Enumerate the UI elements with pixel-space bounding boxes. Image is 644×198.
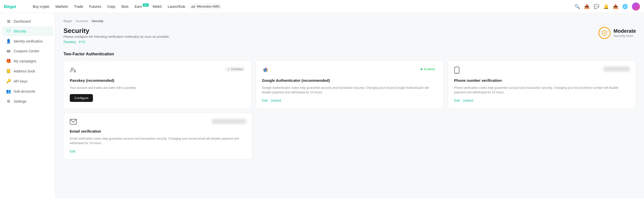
google-auth-status: Enabled <box>418 67 437 72</box>
sidebar-item-security[interactable]: 🛡 Security <box>2 26 53 36</box>
sidebar-item-dashboard[interactable]: ⊞ Dashboard <box>2 16 53 26</box>
auth-cards-grid: Disabled Passkey (recommended) Your acco… <box>63 60 636 109</box>
google-auth-card-header: Enabled <box>262 67 437 75</box>
bitget-logo-svg: Bitget <box>4 4 24 10</box>
search-icon[interactable]: 🔍 <box>574 4 580 9</box>
sidebar: ⊞ Dashboard 🛡 Security 👤 Identity verifi… <box>0 13 55 198</box>
sponsor-link[interactable]: 🏎 Mercedes-AMG <box>189 3 222 10</box>
upload-icon[interactable]: 📤 <box>613 4 618 9</box>
sidebar-item-identity[interactable]: 👤 Identity verification <box>2 36 53 46</box>
svg-point-2 <box>74 70 76 71</box>
phone-icon <box>454 67 460 75</box>
passkey-link[interactable]: Passkey <box>63 40 76 44</box>
google-auth-edit-link[interactable]: Edit <box>262 99 267 102</box>
passkey-card-header: Disabled <box>70 67 245 75</box>
nav-web3[interactable]: Web3 <box>150 3 164 10</box>
main-layout: ⊞ Dashboard 🛡 Security 👤 Identity verifi… <box>0 13 644 198</box>
sidebar-item-subaccounts[interactable]: 👥 Sub-accounts <box>2 86 53 96</box>
sidebar-label-security: Security <box>14 29 26 33</box>
phone-actions: Edit Unbind <box>454 99 630 102</box>
sidebar-item-addressbook[interactable]: 📒 Address book <box>2 66 53 76</box>
nav-copy[interactable]: Copy <box>105 3 118 10</box>
nav-earn[interactable]: Earn Hot <box>132 3 149 10</box>
settings-icon: ⚙ <box>6 99 11 104</box>
message-icon[interactable]: 💬 <box>594 4 599 9</box>
google-auth-card: Enabled Google Authenticator (recommende… <box>256 60 444 109</box>
configure-button[interactable]: Configure <box>70 94 93 102</box>
email-card-wrapper: ●●●●●●●●●●●● Email verification Email ve… <box>63 113 252 160</box>
sidebar-label-identity: Identity verification <box>14 39 43 43</box>
passkey-actions: Configure <box>70 94 245 102</box>
nav-trade[interactable]: Trade <box>72 3 86 10</box>
sidebar-label-addressbook: Address book <box>14 69 35 73</box>
svg-point-11 <box>457 72 457 73</box>
passkey-status: Disabled <box>225 67 245 72</box>
sidebar-item-settings[interactable]: ⚙ Settings <box>2 96 53 106</box>
email-icon <box>70 119 77 126</box>
nav-buy-crypto[interactable]: Buy crypto <box>30 3 52 10</box>
email-card: ●●●●●●●●●●●● Email verification Email ve… <box>63 113 252 160</box>
notification-icon[interactable]: 🔔 <box>603 4 609 9</box>
email-svg-icon <box>70 119 77 125</box>
coupon-icon: 🎟 <box>6 49 11 53</box>
passkey-svg-icon <box>70 67 77 74</box>
google-auth-actions: Edit Unbind <box>262 99 437 102</box>
logo[interactable]: Bitget <box>4 4 24 10</box>
svg-point-1 <box>71 68 73 70</box>
google-auth-desc: Google Authenticator codes help guarante… <box>262 86 437 95</box>
security-level-name: Moderate <box>614 28 636 34</box>
nav-launchhub[interactable]: Launchhub <box>165 3 188 10</box>
breadcrumb: Bitget / Account / Security <box>63 19 636 23</box>
phone-edit-link[interactable]: Edit <box>454 99 460 102</box>
page-title: Security <box>63 27 170 35</box>
config-links: Passkey KYC <box>63 40 170 44</box>
apikey-icon: 🔑 <box>6 79 11 84</box>
subaccounts-icon: 👥 <box>6 89 11 94</box>
sidebar-label-apikeys: API keys <box>14 79 27 83</box>
email-edit-link[interactable]: Edit <box>70 149 75 153</box>
security-level-icon <box>598 27 611 39</box>
page-header-left: Security Please configure the following … <box>63 27 170 50</box>
email-actions: Edit <box>70 149 246 153</box>
nav-bots[interactable]: Bots <box>119 3 131 10</box>
breadcrumb-sep-2: / <box>89 19 90 23</box>
globe-icon[interactable]: 🌐 <box>622 4 628 9</box>
sidebar-label-campaigns: My campaigns <box>14 59 36 63</box>
email-status: ●●●●●●●●●●●● <box>212 119 246 124</box>
sidebar-item-coupons[interactable]: 🎟 Coupons Center <box>2 46 53 56</box>
security-level-card: Moderate Security level <box>598 27 636 39</box>
phone-unbind-link[interactable]: Unbind <box>463 99 473 102</box>
breadcrumb-sep-1: / <box>73 19 74 23</box>
google-auth-unbind-link[interactable]: Unbind <box>270 99 281 102</box>
security-level-sublabel: Security level <box>614 34 636 38</box>
user-avatar[interactable] <box>632 3 640 11</box>
google-auth-icon <box>262 67 269 75</box>
hot-badge: Hot <box>143 4 149 7</box>
breadcrumb-account[interactable]: Account <box>76 19 88 23</box>
passkey-icon <box>70 67 77 75</box>
shield-icon: 🛡 <box>6 29 11 33</box>
nav-markets[interactable]: Markets <box>53 3 71 10</box>
google-auth-title: Google Authenticator (recommended) <box>262 78 437 83</box>
security-level-text: Moderate Security level <box>614 28 636 38</box>
addressbook-icon: 📒 <box>6 69 11 73</box>
google-auth-status-dot <box>421 68 422 70</box>
sidebar-label-subaccounts: Sub-accounts <box>14 89 35 93</box>
breadcrumb-bitget[interactable]: Bitget <box>63 19 72 23</box>
shield-check-icon <box>601 30 607 36</box>
sidebar-item-apikeys[interactable]: 🔑 API keys <box>2 76 53 86</box>
email-desc: Email verification codes help guarantee … <box>70 136 246 145</box>
sidebar-item-campaigns[interactable]: 🎁 My campaigns <box>2 56 53 66</box>
svg-text:Bitget: Bitget <box>4 4 16 9</box>
email-card-header: ●●●●●●●●●●●● <box>70 119 246 126</box>
download-icon[interactable]: 📥 <box>584 4 590 9</box>
passkey-status-dot <box>228 68 229 70</box>
google-auth-svg-icon <box>262 67 269 74</box>
nav-futures[interactable]: Futures <box>87 3 104 10</box>
passkey-title: Passkey (recommended) <box>70 78 245 83</box>
kyc-link[interactable]: KYC <box>79 40 86 44</box>
sidebar-label-dashboard: Dashboard <box>14 19 31 23</box>
phone-title: Phone number verification <box>454 78 630 83</box>
sidebar-label-settings: Settings <box>14 99 26 103</box>
dashboard-icon: ⊞ <box>6 19 11 24</box>
